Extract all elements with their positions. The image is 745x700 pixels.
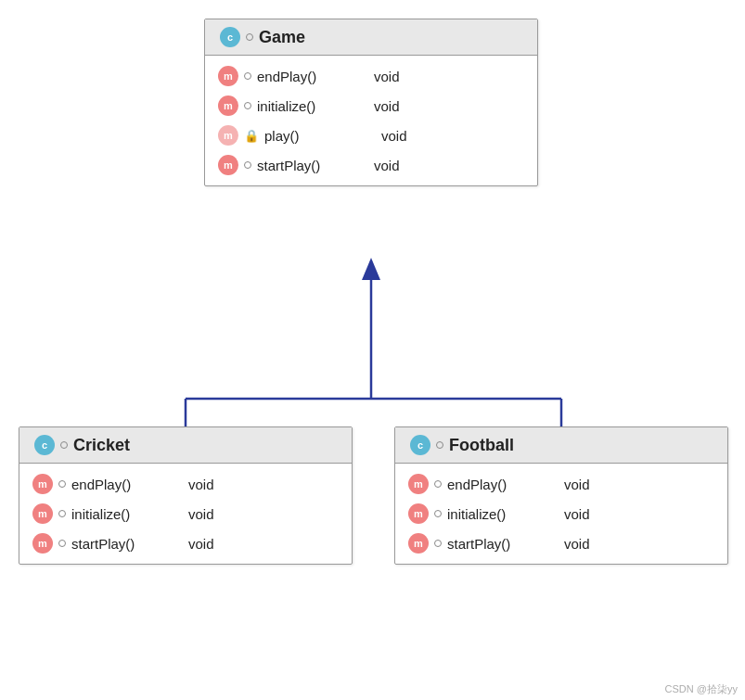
method-text: startPlay() void xyxy=(257,158,400,173)
football-class-name: Football xyxy=(449,436,514,455)
diagram-container: c Game m endPlay() void m initialize() v… xyxy=(0,0,745,700)
method-visibility-dot xyxy=(58,480,66,488)
cricket-class-name: Cricket xyxy=(73,436,130,455)
method-text: startPlay() void xyxy=(71,536,214,552)
cricket-class: c Cricket m endPlay() void m initialize(… xyxy=(19,426,353,565)
method-badge-m: m xyxy=(32,533,53,554)
method-visibility-dot xyxy=(434,480,442,488)
football-class-header: c Football xyxy=(395,427,727,464)
cricket-class-badge: c xyxy=(34,435,55,455)
method-text: initialize() void xyxy=(447,506,590,522)
method-visibility-dot xyxy=(244,72,251,80)
method-name: startPlay() xyxy=(447,536,549,552)
method-name: endPlay() xyxy=(447,477,549,492)
table-row: m startPlay() void xyxy=(19,528,352,558)
method-name: endPlay() xyxy=(71,477,173,492)
table-row: m endPlay() void xyxy=(205,61,537,91)
method-return: void xyxy=(188,506,214,522)
method-return: void xyxy=(564,477,590,492)
method-visibility-dot xyxy=(244,102,251,109)
method-badge-m-abstract: m xyxy=(218,125,238,146)
method-return: void xyxy=(564,536,590,552)
game-class: c Game m endPlay() void m initialize() v… xyxy=(204,19,538,186)
cricket-visibility-dot xyxy=(60,441,68,449)
game-class-header: c Game xyxy=(205,19,537,56)
method-return: void xyxy=(374,69,400,84)
watermark: CSDN @拾柒yy xyxy=(665,682,738,696)
football-class: c Football m endPlay() void m initialize… xyxy=(394,426,728,565)
method-text: endPlay() void xyxy=(447,477,590,492)
method-name: initialize() xyxy=(257,98,359,114)
method-return: void xyxy=(374,158,400,173)
method-return: void xyxy=(564,506,590,522)
method-badge-m: m xyxy=(218,95,238,116)
method-name: endPlay() xyxy=(257,69,359,84)
method-text: endPlay() void xyxy=(71,477,214,492)
method-badge-m: m xyxy=(32,474,53,494)
method-return: void xyxy=(188,477,214,492)
cricket-class-header: c Cricket xyxy=(19,427,352,464)
table-row: m 🔒 play() void xyxy=(205,121,537,150)
table-row: m startPlay() void xyxy=(205,150,537,180)
method-text: initialize() void xyxy=(71,506,214,522)
football-class-body: m endPlay() void m initialize() void m xyxy=(395,464,727,564)
game-class-body: m endPlay() void m initialize() void m � xyxy=(205,56,537,185)
method-name: startPlay() xyxy=(257,158,359,173)
method-visibility-dot xyxy=(58,510,66,517)
game-class-badge: c xyxy=(220,27,240,47)
method-visibility-dot xyxy=(434,540,442,547)
method-name: initialize() xyxy=(447,506,549,522)
method-text: play() void xyxy=(264,128,407,144)
table-row: m initialize() void xyxy=(19,499,352,528)
table-row: m startPlay() void xyxy=(395,528,727,558)
method-text: initialize() void xyxy=(257,98,400,114)
method-badge-m: m xyxy=(218,155,238,175)
method-badge-m: m xyxy=(408,474,429,494)
table-row: m initialize() void xyxy=(395,499,727,528)
method-return: void xyxy=(381,128,407,144)
method-badge-m: m xyxy=(408,533,429,554)
method-name: initialize() xyxy=(71,506,173,522)
method-text: endPlay() void xyxy=(257,69,400,84)
method-text: startPlay() void xyxy=(447,536,590,552)
method-return: void xyxy=(188,536,214,552)
abstract-icon: 🔒 xyxy=(244,129,259,143)
table-row: m endPlay() void xyxy=(19,469,352,499)
football-class-badge: c xyxy=(410,435,430,455)
method-badge-m: m xyxy=(218,66,238,86)
method-name: startPlay() xyxy=(71,536,173,552)
method-visibility-dot xyxy=(434,510,442,517)
table-row: m initialize() void xyxy=(205,91,537,121)
game-class-name: Game xyxy=(259,28,305,47)
method-visibility-dot xyxy=(244,161,251,169)
method-badge-m: m xyxy=(408,503,429,524)
method-badge-m: m xyxy=(32,503,53,524)
method-visibility-dot xyxy=(58,540,66,547)
method-return: void xyxy=(374,98,400,114)
cricket-class-body: m endPlay() void m initialize() void m xyxy=(19,464,352,564)
football-visibility-dot xyxy=(436,441,443,449)
method-name: play() xyxy=(264,128,366,144)
table-row: m endPlay() void xyxy=(395,469,727,499)
svg-marker-4 xyxy=(362,258,380,280)
game-visibility-dot xyxy=(246,33,253,41)
